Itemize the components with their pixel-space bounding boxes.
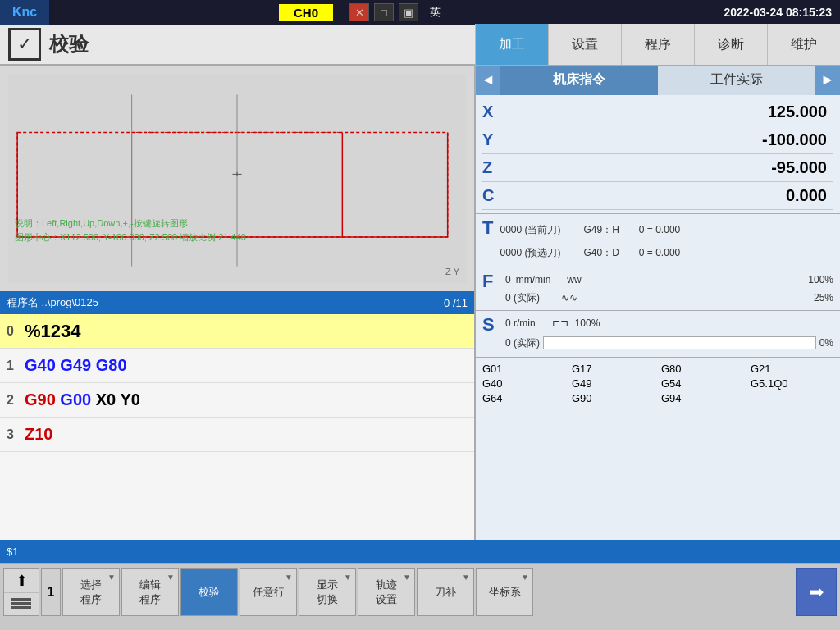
svg-rect-13: [11, 606, 31, 609]
s-label: S: [482, 314, 505, 336]
gcode-G40: G40: [482, 377, 565, 390]
gcode-G94: G94: [661, 392, 744, 404]
main-content: 说明：Left,Right,Up,Down,+,-按键旋转图形 图形中心：X11…: [0, 66, 840, 540]
s-row1: 0 r/min ⊏⊐ 100%: [505, 314, 833, 332]
page-title: 校验: [49, 31, 89, 57]
prog-line-3[interactable]: 3 Z10: [0, 418, 474, 452]
program-progress: 0 /11: [444, 297, 468, 309]
f-row2: 0 (实际) ∿∿ 25%: [505, 289, 833, 307]
coord-row-z: Z -95.000: [482, 154, 833, 182]
nav-up-btn[interactable]: ⬆: [3, 568, 39, 616]
tab-workpiece-actual[interactable]: 工件实际: [658, 66, 815, 95]
program-list: 0 %1234 1 G40 G49 G80 2 G90 G00 X0 Y0 3 …: [0, 314, 474, 540]
coords-section: X 125.000 Y -100.000 Z -95.000 C 0.000: [476, 95, 840, 213]
btn-coordinate[interactable]: ▼ 坐标系: [476, 568, 533, 616]
gcode-G90: G90: [572, 392, 655, 404]
btn-verify[interactable]: 校验: [180, 568, 238, 616]
top-icons: ✕ □ ▣ 英: [349, 3, 441, 21]
tab-prev-arrow[interactable]: ◄: [476, 66, 500, 95]
window-icon[interactable]: □: [374, 3, 394, 21]
gcode-G49: G49: [572, 377, 655, 390]
btn-edit-program[interactable]: ▼ 编辑 程序: [121, 568, 179, 616]
tab-program[interactable]: 程序: [621, 24, 694, 65]
status-label: $1: [7, 546, 18, 558]
check-icon: ✓: [8, 28, 41, 61]
gcode-empty: [751, 392, 833, 404]
canvas-corner-label: Z Y: [445, 267, 459, 276]
canvas-info: 说明：Left,Right,Up,Down,+,-按键旋转图形 图形中心：X11…: [15, 217, 246, 244]
s-section: S 0 r/min ⊏⊐ 100% 0 (实际) 0%: [476, 310, 840, 357]
f-row1: 0 mm/min ww 100%: [505, 271, 833, 289]
coord-c-value: 0.000: [786, 186, 833, 205]
gcode-G54: G54: [661, 377, 744, 390]
coord-row-x: X 125.000: [482, 98, 833, 126]
lang-label[interactable]: 英: [430, 5, 441, 20]
logo-text: Knc: [12, 5, 37, 20]
gcode-G51Q0: G5.1Q0: [751, 377, 833, 390]
canvas-panel: 说明：Left,Right,Up,Down,+,-按键旋转图形 图形中心：X11…: [0, 66, 476, 540]
canvas-drawing: 说明：Left,Right,Up,Down,+,-按键旋转图形 图形中心：X11…: [8, 74, 466, 283]
nav-right-btn[interactable]: ➡: [796, 568, 837, 616]
prog-line-2[interactable]: 2 G90 G00 X0 Y0: [0, 383, 474, 418]
btn-arbitrary-line[interactable]: ▼ 任意行: [240, 568, 297, 616]
right-tabs: ◄ 机床指令 工件实际 ►: [476, 66, 840, 95]
btn-tool-comp[interactable]: ▼ 刀补: [417, 568, 474, 616]
t-section: T 0000 (当前刀) G49：H 0 = 0.000 0000 (预选刀) …: [476, 213, 840, 267]
right-panel: ◄ 机床指令 工件实际 ► X 125.000 Y -100.000 Z -95…: [476, 66, 840, 540]
channel-badge: CH0: [279, 4, 333, 21]
logo: Knc: [0, 0, 49, 25]
tab-machine-command[interactable]: 机床指令: [500, 66, 658, 95]
bottom-toolbar: ⬆ 1 ▼ 选择 程序 ▼ 编辑 程序 校验 ▼ 任意行 ▼ 显示 切换 ▼ 轨…: [0, 563, 840, 620]
datetime: 2022-03-24 08:15:23: [724, 6, 832, 19]
coord-row-c: C 0.000: [482, 182, 833, 210]
f-section: F 0 mm/min ww 100% 0 (实际) ∿∿ 25%: [476, 267, 840, 310]
nav-tabs: 加工 设置 程序 诊断 维护: [475, 24, 840, 65]
gcode-G17: G17: [572, 363, 655, 375]
prog-line-0[interactable]: 0 %1234: [0, 314, 474, 349]
program-header: 程序名 ..\prog\0125 0 /11: [0, 291, 474, 314]
close-icon[interactable]: ✕: [349, 3, 369, 21]
btn-track-settings[interactable]: ▼ 轨迹 设置: [358, 568, 415, 616]
btn-display-switch[interactable]: ▼ 显示 切换: [299, 568, 356, 616]
tab-process[interactable]: 加工: [475, 24, 548, 65]
gcodes-section: G01 G17 G80 G21 G40 G49 G54 G5.1Q0 G64 G…: [476, 357, 840, 409]
tab-settings[interactable]: 设置: [548, 24, 621, 65]
coord-x-value: 125.000: [768, 103, 833, 121]
gcode-G80: G80: [661, 363, 744, 375]
layer-number: 1: [41, 568, 61, 616]
f-label: F: [482, 271, 505, 292]
prog-line-1[interactable]: 1 G40 G49 G80: [0, 349, 474, 383]
s-progress-bar: [543, 336, 816, 349]
t-label: T: [482, 217, 493, 239]
monitor-icon[interactable]: ▣: [399, 3, 418, 21]
svg-rect-12: [11, 602, 31, 605]
tab-next-arrow[interactable]: ►: [815, 66, 840, 95]
status-bar: $1: [0, 540, 840, 563]
coord-z-value: -95.000: [771, 158, 833, 177]
top-bar: Knc CH0 ✕ □ ▣ 英 2022-03-24 08:15:23: [0, 0, 840, 25]
t-row-preselect: 0000 (预选刀) G40：D 0 = 0.000: [500, 242, 833, 263]
svg-rect-11: [11, 598, 31, 601]
canvas-svg: [8, 74, 466, 283]
t-row-current: 0000 (当前刀) G49：H 0 = 0.000: [500, 219, 833, 240]
btn-select-program[interactable]: ▼ 选择 程序: [62, 568, 120, 616]
coord-y-value: -100.000: [762, 130, 833, 149]
header-row: ✓ 校验 加工 设置 程序 诊断 维护: [0, 25, 840, 66]
program-path: 程序名 ..\prog\0125: [7, 295, 98, 310]
coord-row-y: Y -100.000: [482, 126, 833, 154]
canvas-area: 说明：Left,Right,Up,Down,+,-按键旋转图形 图形中心：X11…: [0, 66, 474, 291]
gcode-G01: G01: [482, 363, 565, 375]
layers-icon: [10, 596, 33, 611]
tab-maintenance[interactable]: 维护: [767, 24, 840, 65]
gcode-G21: G21: [751, 363, 833, 375]
gcode-G64: G64: [482, 392, 565, 404]
s-row2: 0 (实际) 0%: [505, 332, 833, 354]
tab-diagnose[interactable]: 诊断: [694, 24, 767, 65]
